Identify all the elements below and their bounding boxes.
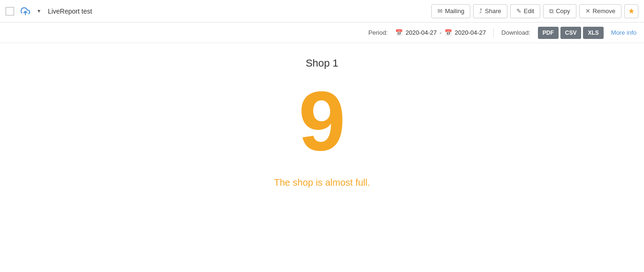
share-button[interactable]: ⤴ Share <box>473 4 507 18</box>
star-icon: ★ <box>628 7 635 15</box>
share-label: Share <box>485 8 501 15</box>
period-bar: Period: 📅 2020-04-27 - 📅 2020-04-27 Down… <box>0 23 644 43</box>
remove-button[interactable]: ✕ Remove <box>579 4 621 18</box>
period-dates: 📅 2020-04-27 - 📅 2020-04-27 <box>395 29 486 36</box>
date-end: 2020-04-27 <box>455 29 486 36</box>
period-label: Period: <box>368 29 388 36</box>
mailing-button[interactable]: ✉ Mailing <box>431 4 470 18</box>
csv-download-button[interactable]: CSV <box>560 27 582 39</box>
toolbar: ▼ LiveReport test ✉ Mailing ⤴ Share ✎ Ed… <box>0 0 644 23</box>
copy-icon: ⧉ <box>549 8 553 15</box>
big-number-display: 9 <box>299 79 345 163</box>
pdf-download-button[interactable]: PDF <box>538 27 559 39</box>
remove-icon: ✕ <box>585 8 590 15</box>
date-start: 2020-04-27 <box>406 29 437 36</box>
edit-icon: ✎ <box>516 8 521 15</box>
copy-button[interactable]: ⧉ Copy <box>543 4 576 18</box>
copy-label: Copy <box>556 8 570 15</box>
report-title: LiveReport test <box>48 8 92 15</box>
status-message: The shop is almost full. <box>274 177 370 188</box>
edit-label: Edit <box>524 8 534 15</box>
dropdown-arrow-icon[interactable]: ▼ <box>37 8 41 14</box>
favorite-button[interactable]: ★ <box>624 4 638 18</box>
edit-button[interactable]: ✎ Edit <box>510 4 540 18</box>
period-divider <box>493 28 494 38</box>
toolbar-left: ▼ LiveReport test <box>6 5 431 18</box>
mailing-label: Mailing <box>445 8 464 15</box>
date-separator: - <box>439 29 441 36</box>
main-content: Shop 1 9 The shop is almost full. <box>0 43 644 188</box>
calendar-end-icon: 📅 <box>445 29 452 36</box>
share-icon: ⤴ <box>479 8 483 15</box>
upload-icon-button[interactable] <box>19 5 32 18</box>
select-checkbox[interactable] <box>6 7 14 15</box>
xls-download-button[interactable]: XLS <box>583 27 603 39</box>
download-label: Download: <box>501 29 530 36</box>
remove-label: Remove <box>593 8 615 15</box>
shop-title: Shop 1 <box>306 57 338 69</box>
envelope-icon: ✉ <box>437 8 443 15</box>
download-buttons: PDF CSV XLS <box>538 27 604 39</box>
more-info-link[interactable]: More info <box>611 29 636 36</box>
toolbar-actions: ✉ Mailing ⤴ Share ✎ Edit ⧉ Copy ✕ Remove… <box>431 4 638 18</box>
calendar-start-icon: 📅 <box>395 29 403 36</box>
upload-icon <box>21 7 30 16</box>
